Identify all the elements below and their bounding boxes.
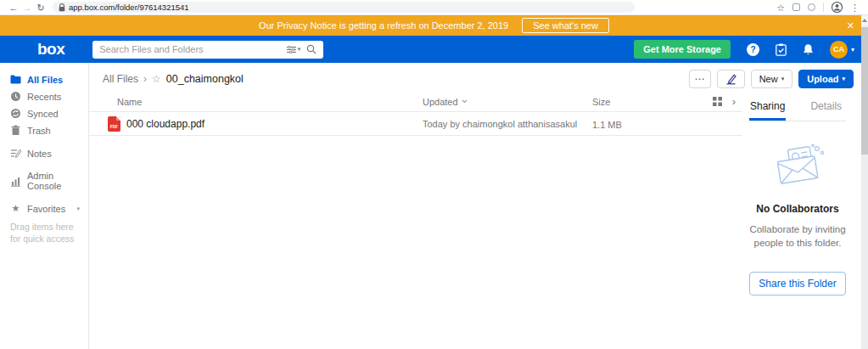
sidebar-item-synced[interactable]: Synced (0, 106, 88, 121)
banner-close-icon[interactable]: ✕ (847, 15, 854, 36)
folder-toolbar: ⋯ New ▾ Upload ▾ (689, 70, 854, 88)
column-label: Size (592, 97, 610, 107)
cast-icon[interactable] (808, 3, 815, 11)
search-bar: ▾ (92, 41, 323, 59)
url-text: app.box.com/folder/97614321541 (69, 3, 189, 12)
trash-icon (10, 125, 21, 136)
pdf-badge-label: PDF (110, 125, 119, 132)
sidebar-gap (0, 160, 88, 169)
column-header-size[interactable]: Size (592, 97, 681, 107)
search-filter-icon[interactable]: ▾ (287, 46, 301, 53)
search-input[interactable] (99, 44, 280, 54)
get-more-storage-button[interactable]: Get More Storage (634, 40, 731, 59)
upload-button-label: Upload (807, 74, 838, 84)
file-name[interactable]: 000 cloudapp.pdf (126, 118, 204, 130)
sign-pencil-icon (725, 74, 736, 85)
more-options-button[interactable]: ⋯ (689, 70, 711, 88)
sidebar-item-label: Favorites (27, 204, 65, 214)
notifications-bell-icon[interactable] (803, 43, 814, 56)
sidebar-item-label: Synced (27, 109, 59, 119)
browser-actions: ☆ ⋮ (776, 0, 861, 15)
help-icon[interactable]: ? (747, 43, 759, 56)
collapse-panel-icon[interactable]: › (732, 95, 736, 108)
no-collaborators-section: No Collaborators Collaborate by inviting… (749, 144, 846, 296)
account-caret-icon: ▾ (851, 46, 854, 53)
sidebar-gap (0, 138, 88, 146)
box-logo[interactable]: box (37, 37, 64, 62)
column-label: Name (117, 97, 142, 107)
browser-menu-icon[interactable]: ⋮ (850, 0, 860, 15)
sidebar-item-notes[interactable]: Notes (0, 146, 88, 160)
drag-hint-text: Drag items here for quick access (0, 216, 88, 245)
header-actions: Get More Storage ? CA ▾ (634, 40, 868, 59)
file-updated-cell: Today by chaimongkol atthanisasakul (423, 119, 592, 129)
admin-console-icon (10, 176, 21, 187)
share-this-folder-button[interactable]: Share this Folder (749, 272, 846, 296)
breadcrumb-star-icon[interactable]: ☆ (152, 73, 161, 85)
new-button[interactable]: New ▾ (751, 70, 793, 88)
file-name-cell: PDF 000 cloudapp.pdf (89, 116, 423, 132)
breadcrumb: All Files › ☆ 00_chaimongkol (103, 73, 244, 85)
new-button-label: New (759, 74, 778, 84)
content-body: Name Updated Size › PDF (89, 92, 868, 349)
page-scrollbar[interactable] (861, 15, 868, 349)
file-list: Name Updated Size › PDF (89, 92, 742, 349)
file-size: 1.1 MB (592, 120, 622, 130)
panel-tabs: Sharing Details (749, 92, 846, 121)
file-size-cell: 1.1 MB (592, 116, 681, 132)
address-bar[interactable]: app.box.com/folder/97614321541 (53, 2, 635, 13)
privacy-banner-message: Our Privacy Notice is getting a refresh … (259, 20, 508, 31)
forward-icon[interactable]: → (20, 0, 34, 15)
extensions-icon[interactable] (792, 3, 800, 11)
sidebar-item-trash[interactable]: Trash (0, 123, 88, 138)
upload-caret-icon: ▾ (842, 76, 845, 82)
search-icon[interactable] (306, 44, 316, 54)
sidebar: All Files Recents Synced Trash Notes (0, 63, 89, 349)
tab-sharing[interactable]: Sharing (749, 95, 786, 121)
file-list-header: Name Updated Size › (89, 92, 742, 112)
sync-icon (10, 108, 21, 119)
sidebar-item-label: Admin Console (27, 171, 88, 191)
scrollbar-thumb[interactable] (861, 27, 868, 155)
file-row[interactable]: PDF 000 cloudapp.pdf Today by chaimongko… (89, 112, 742, 136)
profile-icon[interactable] (832, 2, 843, 13)
breadcrumb-current-folder: 00_chaimongkol (166, 73, 244, 85)
browser-toolbar: ← → ↻ app.box.com/folder/97614321541 ☆ ⋮ (0, 0, 868, 15)
sidebar-item-favorites[interactable]: ★ Favorites ▾ (0, 201, 88, 216)
content-header: All Files › ☆ 00_chaimongkol ⋯ New ▾ U (89, 63, 868, 92)
column-header-name[interactable]: Name (89, 97, 423, 107)
column-header-updated[interactable]: Updated (423, 97, 592, 107)
new-caret-icon: ▾ (781, 76, 785, 82)
sidebar-item-label: Notes (27, 149, 52, 159)
scroll-up-icon[interactable] (861, 15, 868, 25)
sidebar-gap (0, 193, 88, 201)
reload-icon[interactable]: ↻ (34, 0, 48, 15)
page: ← → ↻ app.box.com/folder/97614321541 ☆ ⋮… (0, 0, 868, 349)
no-collaborators-title: No Collaborators (749, 203, 846, 215)
account-menu[interactable]: CA ▾ (830, 41, 854, 59)
view-controls: › (681, 95, 742, 108)
sign-button[interactable] (717, 70, 745, 88)
upload-button[interactable]: Upload ▾ (798, 70, 854, 88)
see-whats-new-button[interactable]: See what's new (522, 18, 609, 33)
sidebar-item-label: Recents (27, 92, 61, 102)
invite-envelope-illustration (768, 144, 827, 189)
sidebar-item-recents[interactable]: Recents (0, 89, 88, 104)
notes-icon (10, 148, 21, 159)
divider (823, 3, 824, 12)
content: All Files › ☆ 00_chaimongkol ⋯ New ▾ U (89, 63, 868, 349)
grid-view-icon[interactable] (713, 97, 722, 106)
breadcrumb-separator-icon: › (143, 73, 147, 85)
column-label: Updated (423, 97, 458, 107)
tab-details[interactable]: Details (809, 95, 843, 121)
sidebar-item-all-files[interactable]: All Files (0, 72, 88, 87)
avatar[interactable]: CA (830, 41, 848, 59)
pdf-file-icon: PDF (108, 116, 120, 132)
folder-icon (10, 74, 21, 85)
bookmark-star-icon[interactable]: ☆ (776, 0, 785, 15)
favorites-collapse-icon[interactable]: ▾ (76, 205, 80, 212)
tasks-clipboard-icon[interactable] (776, 43, 787, 56)
sidebar-item-admin-console[interactable]: Admin Console (0, 169, 88, 193)
back-icon[interactable]: ← (7, 0, 20, 15)
breadcrumb-root[interactable]: All Files (103, 73, 138, 85)
